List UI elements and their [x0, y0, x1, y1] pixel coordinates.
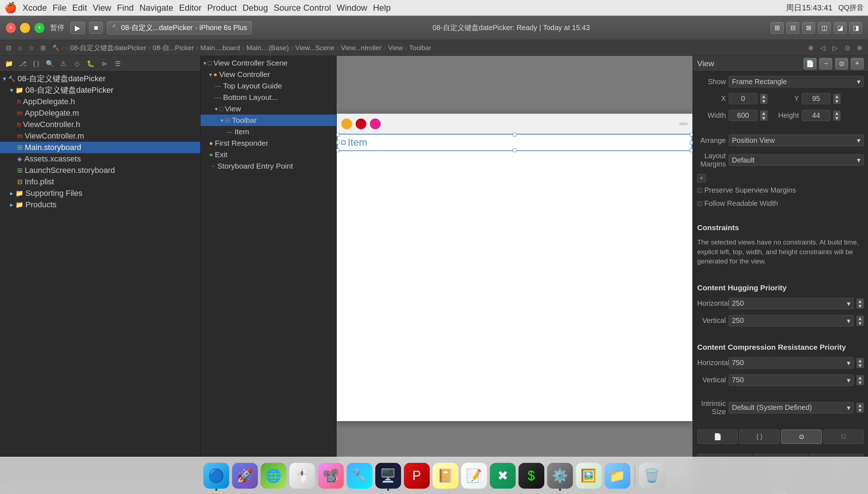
file-item-products[interactable]: ▸ 📁 Products — [0, 199, 200, 210]
y-stepper[interactable]: ▲ ▼ — [833, 94, 840, 104]
menu-source-control[interactable]: Source Control — [274, 3, 331, 13]
nav-log-icon[interactable]: ☰ — [112, 58, 123, 69]
nav-jump-icon[interactable]: ⊙ — [842, 43, 852, 53]
hugging-v-stepper[interactable]: ▲ ▼ — [857, 316, 864, 326]
hugging-v-up[interactable]: ▲ — [857, 316, 864, 321]
list-item[interactable]: m AppDelegate.m — [0, 107, 200, 119]
menu-product[interactable]: Product — [207, 3, 237, 13]
navigator-toggle-btn[interactable]: ◫ — [818, 22, 831, 34]
nav-find-icon[interactable]: 🔍 — [44, 58, 55, 69]
breadcrumb-toolbar[interactable]: Toolbar — [409, 44, 431, 52]
breadcrumb-controller[interactable]: View...ntroller — [341, 44, 382, 52]
layout-margins-select[interactable]: Default ▾ — [729, 154, 864, 166]
nav-go-back-icon[interactable]: ◁ — [818, 43, 828, 53]
file-item-project-group[interactable]: ▾ 📁 08-自定义键盘datePicker — [0, 84, 200, 96]
hugging-v-down[interactable]: ▼ — [857, 321, 864, 326]
inspector-size-tab[interactable]: ⊙ — [781, 430, 822, 444]
width-stepper[interactable]: ▲ ▼ — [760, 111, 767, 121]
add-constraint-btn[interactable]: + — [697, 174, 706, 183]
comp-h-down[interactable]: ▼ — [857, 363, 864, 368]
hugging-h-down[interactable]: ▼ — [857, 304, 864, 309]
scene-item-first-responder[interactable]: ● First Responder — [201, 137, 336, 149]
nav-add-icon[interactable]: ⊕ — [806, 43, 816, 53]
breadcrumb-storyboard[interactable]: Main....board — [200, 44, 240, 52]
breadcrumb-project[interactable]: 08-自定义键盘datePicker — [70, 43, 146, 53]
scene-item-exit[interactable]: ● Exit — [201, 149, 336, 160]
canvas-bg[interactable]: → — [337, 56, 693, 479]
nav-forward-icon[interactable]: ▷ — [830, 43, 840, 53]
height-stepper-up[interactable]: ▲ — [833, 111, 840, 116]
readable-checkbox[interactable] — [697, 201, 702, 206]
comp-v-up[interactable]: ▲ — [857, 375, 864, 380]
dock-files[interactable]: 📁 — [604, 463, 630, 489]
inspector-connection-tab[interactable]: □ — [823, 430, 864, 444]
window-close-button[interactable]: × — [6, 23, 16, 33]
menu-xcode[interactable]: Xcode — [23, 3, 47, 13]
list-item[interactable]: h AppDelegate.h — [0, 96, 200, 107]
toolbar-selection-overlay[interactable]: Item — [337, 134, 692, 151]
comp-h-select[interactable]: 750 ▾ — [729, 357, 854, 369]
breadcrumb-group[interactable]: 08-自...Picker — [153, 43, 194, 53]
menu-editor[interactable]: Editor — [179, 3, 202, 13]
inspector-file-btn[interactable]: 📄 — [804, 58, 816, 69]
intrinsic-up[interactable]: ▲ — [857, 403, 864, 408]
nav-gear-icon[interactable]: ⊞ — [38, 43, 48, 53]
dock-notes[interactable]: 📔 — [433, 463, 458, 489]
y-stepper-down[interactable]: ▼ — [833, 99, 840, 104]
dock-finder[interactable]: 🔵 — [203, 463, 229, 489]
dock-app-red[interactable]: P — [404, 463, 430, 489]
inspector-go-btn[interactable]: → — [819, 58, 832, 69]
scene-item-view-controller[interactable]: ▾ ● View Controller — [201, 69, 336, 80]
debug-toggle-btn[interactable]: ◪ — [834, 22, 847, 34]
menu-find[interactable]: Find — [117, 3, 134, 13]
dock-launchpad[interactable]: 🚀 — [232, 463, 258, 489]
dock-settings[interactable]: ⚙️ — [547, 463, 573, 489]
run-button[interactable]: ▶ — [70, 22, 85, 34]
nav-debug-icon[interactable]: 🐛 — [85, 58, 96, 69]
editor-standard-btn[interactable]: ⊞ — [771, 22, 783, 34]
list-item[interactable]: ◈ Assets.xcassets — [0, 153, 200, 165]
nav-filter-icon[interactable]: ⊟ — [4, 43, 14, 53]
x-stepper-up[interactable]: ▲ — [760, 94, 767, 99]
nav-warning-icon[interactable]: ⚠ — [58, 58, 69, 69]
scheme-selector[interactable]: 🔨 08-自定义...datePicker › iPhone 6s Plus — [107, 21, 252, 34]
x-stepper-down[interactable]: ▼ — [760, 99, 767, 104]
scene-item-toolbar[interactable]: ▾ ⊟ Toolbar — [201, 115, 336, 126]
comp-v-stepper[interactable]: ▲ ▼ — [857, 375, 864, 385]
breadcrumb-scene[interactable]: View...Scene — [295, 44, 335, 52]
menu-debug[interactable]: Debug — [243, 3, 268, 13]
nav-breakpoint-icon[interactable]: ⊳ — [99, 58, 110, 69]
comp-h-up[interactable]: ▲ — [857, 358, 864, 363]
show-select[interactable]: Frame Rectangle ▾ — [729, 76, 864, 87]
scene-item-vc-scene[interactable]: ▾ □ View Controller Scene — [201, 57, 336, 69]
menu-navigate[interactable]: Navigate — [139, 3, 173, 13]
intrinsic-stepper[interactable]: ▲ ▼ — [857, 403, 864, 413]
hugging-h-up[interactable]: ▲ — [857, 299, 864, 304]
intrinsic-down[interactable]: ▼ — [857, 408, 864, 413]
inspector-add-btn[interactable]: + — [851, 58, 864, 69]
preserve-checkbox[interactable] — [697, 188, 702, 193]
file-item-root-project[interactable]: ▾ 🔨 08-自定义键盘datePicker — [0, 73, 200, 84]
scene-item-bottom-layout[interactable]: — Bottom Layout... — [201, 92, 336, 103]
width-stepper-up[interactable]: ▲ — [760, 111, 767, 116]
dock-mouse[interactable]: 🖱️ — [289, 463, 315, 489]
dock-video[interactable]: 📽️ — [318, 463, 344, 489]
nav-folder-icon[interactable]: 📁 — [4, 58, 14, 69]
y-input[interactable]: 95 — [802, 93, 830, 104]
nav-symbol-icon[interactable]: { } — [31, 58, 42, 69]
width-stepper-down[interactable]: ▼ — [760, 116, 767, 121]
scene-item-item[interactable]: — Item — [201, 126, 336, 137]
list-item[interactable]: m ViewController.m — [0, 130, 200, 142]
x-stepper[interactable]: ▲ ▼ — [760, 94, 767, 104]
breadcrumb-base[interactable]: Main....(Base) — [246, 44, 289, 52]
x-input[interactable]: 0 — [729, 93, 757, 104]
comp-h-stepper[interactable]: ▲ ▼ — [857, 358, 864, 368]
menu-file[interactable]: File — [53, 3, 67, 13]
nav-star-icon[interactable]: ☆ — [26, 43, 37, 53]
dock-word[interactable]: 📝 — [461, 463, 487, 489]
intrinsic-select[interactable]: Default (System Defined) ▾ — [729, 402, 854, 413]
inspector-quick-tab[interactable]: { } — [739, 430, 780, 444]
list-item[interactable]: h ViewController.h — [0, 119, 200, 130]
nav-file-icon[interactable]: 🔨 — [52, 44, 59, 51]
nav-plus-icon[interactable]: ⊕ — [854, 43, 864, 53]
